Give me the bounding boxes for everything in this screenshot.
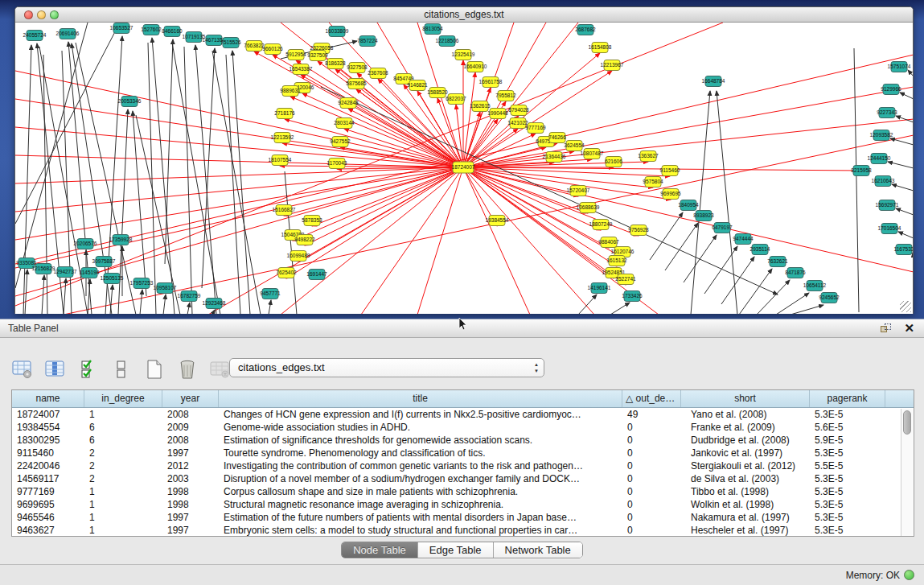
table-cell[interactable]: 1 xyxy=(84,485,162,498)
table-cell[interactable]: 0 xyxy=(622,485,681,498)
graph-node[interactable]: 9427552 xyxy=(330,137,351,147)
graph-node[interactable]: 5875685 xyxy=(346,79,367,89)
graph-edge[interactable] xyxy=(463,23,578,167)
graph-node[interactable]: 9115460 xyxy=(660,166,680,176)
graph-edge[interactable] xyxy=(900,93,913,99)
graph-node[interactable]: 7663822 xyxy=(244,41,265,51)
graph-node[interactable]: 15751074 xyxy=(888,62,911,72)
graph-edge[interactable] xyxy=(105,36,122,314)
graph-node[interactable]: 9327508 xyxy=(347,63,368,73)
graph-node[interactable]: 6479197 xyxy=(712,223,733,233)
graph-node[interactable]: 9889631 xyxy=(280,86,301,97)
table-cell[interactable]: Disruption of a novel member of a sodium… xyxy=(219,472,622,485)
table-cell[interactable]: Jankovic et al. (1997) xyxy=(681,447,810,459)
graph-node[interactable]: 16648784 xyxy=(702,76,725,87)
table-cell[interactable]: 22420046 xyxy=(12,459,84,472)
graph-node[interactable]: 10653527 xyxy=(110,23,133,34)
table-cell[interactable]: Embryonic stem cells: a model to study s… xyxy=(219,524,622,537)
table-cell[interactable]: 6 xyxy=(84,421,162,434)
graph-node[interactable]: 7632621 xyxy=(767,257,788,267)
column-header-title[interactable]: title xyxy=(219,390,622,407)
memory-status-label[interactable]: Memory: OK xyxy=(846,570,900,581)
graph-node[interactable]: 20053346 xyxy=(118,97,142,107)
graph-node[interactable]: 12213967 xyxy=(601,60,624,71)
table-cell[interactable]: 0 xyxy=(622,447,681,459)
graph-node[interactable]: 2367608 xyxy=(368,68,388,79)
network-window-titlebar[interactable]: citations_edges.txt xyxy=(15,7,913,23)
graph-edge[interactable] xyxy=(610,303,630,314)
graph-node[interactable]: 24055724 xyxy=(23,31,47,41)
graph-node[interactable]: 2687682 xyxy=(575,25,596,35)
table-cell[interactable]: Yano et al. (2008) xyxy=(681,408,810,421)
graph-edge[interactable] xyxy=(290,97,463,167)
table-cell[interactable]: 1 xyxy=(84,408,162,421)
table-cell[interactable]: 1998 xyxy=(162,498,219,511)
graph-node[interactable]: 5912954 xyxy=(285,50,306,60)
graph-node[interactable]: 12923468 xyxy=(203,299,226,309)
graph-edge[interactable] xyxy=(163,295,166,314)
graph-node[interactable]: 12093582 xyxy=(870,130,893,141)
close-panel-icon[interactable]: ✕ xyxy=(904,321,914,336)
table-cell[interactable]: 1 xyxy=(84,498,162,511)
table-row[interactable]: 969969511998Structural magnetic resonanc… xyxy=(12,498,914,511)
citation-network-graph[interactable]: 2405572420691406106535271527602846616010… xyxy=(15,23,913,314)
graph-edge[interactable] xyxy=(202,48,215,288)
table-cell[interactable]: Corpus callosum shape and size in male p… xyxy=(219,485,622,498)
graph-node[interactable]: 1691447 xyxy=(306,270,327,280)
graph-node[interactable]: 9884067 xyxy=(598,237,619,248)
graph-edge[interactable] xyxy=(896,208,913,215)
graph-node[interactable]: 18107554 xyxy=(269,155,292,166)
graph-node[interactable]: 1733426 xyxy=(622,291,643,302)
graph-node[interactable]: 8938923 xyxy=(693,211,714,221)
window-resize-grip[interactable] xyxy=(900,301,911,312)
graph-edge[interactable] xyxy=(721,257,754,304)
deselect-all-icon[interactable] xyxy=(110,359,132,381)
graph-edge[interactable] xyxy=(739,269,772,314)
memory-status-indicator[interactable] xyxy=(904,570,914,580)
table-cell[interactable]: Tibbo et al. (1998) xyxy=(681,485,810,498)
table-cell[interactable]: 18724007 xyxy=(12,408,84,421)
graph-node[interactable]: 1145194 xyxy=(80,268,100,278)
table-cell[interactable]: 0 xyxy=(622,472,681,485)
graph-node[interactable]: 9777169 xyxy=(525,123,546,134)
table-cell[interactable]: 0 xyxy=(622,434,681,447)
graph-node[interactable]: 10654112 xyxy=(803,281,827,291)
graph-edge[interactable] xyxy=(890,138,913,145)
table-cell[interactable]: 1997 xyxy=(162,447,219,459)
graph-node[interactable]: 16154808 xyxy=(589,43,612,53)
graph-node[interactable]: 10688639 xyxy=(577,203,600,213)
graph-edge[interactable] xyxy=(64,278,66,314)
table-cell[interactable]: Dudbridge et al. (2008) xyxy=(681,434,810,447)
graph-node[interactable]: 1167533 xyxy=(894,245,913,255)
delete-trash-icon[interactable] xyxy=(176,359,198,381)
table-cell[interactable]: 0 xyxy=(622,524,681,537)
graph-node[interactable]: 8215958 xyxy=(851,166,872,176)
table-cell[interactable]: 49 xyxy=(622,408,681,421)
table-cell[interactable]: de Silva et al. (2003) xyxy=(681,472,810,485)
new-file-icon[interactable] xyxy=(143,359,165,381)
graph-node[interactable]: 16640910 xyxy=(464,62,487,72)
table-cell[interactable]: 2009 xyxy=(162,421,219,434)
graph-node[interactable]: 9699695 xyxy=(660,189,681,200)
column-header-short[interactable]: short xyxy=(681,390,810,407)
table-cell[interactable]: 1998 xyxy=(162,485,219,498)
graph-edge[interactable] xyxy=(285,171,297,314)
graph-edge[interactable] xyxy=(312,167,463,226)
tab-node-table[interactable]: Node Table xyxy=(342,542,418,558)
graph-node[interactable]: 1527602 xyxy=(141,25,162,35)
table-cell[interactable]: Structural magnetic resonance image aver… xyxy=(219,498,622,511)
graph-node[interactable]: 20206576 xyxy=(74,239,97,249)
table-cell[interactable]: 5.3E-5 xyxy=(810,472,885,485)
graph-node[interactable]: 12942737 xyxy=(54,267,77,278)
table-cell[interactable]: 2008 xyxy=(162,408,219,421)
graph-node[interactable]: 14196141 xyxy=(588,283,611,294)
table-row[interactable]: 1830029562008Estimation of significance … xyxy=(12,434,914,447)
table-cell[interactable]: 2008 xyxy=(162,434,219,447)
graph-node[interactable]: 1588520 xyxy=(427,88,448,98)
table-cell[interactable]: 2 xyxy=(84,459,162,472)
graph-node[interactable]: 8471876 xyxy=(785,268,806,278)
tab-edge-table[interactable]: Edge Table xyxy=(418,542,494,558)
graph-node[interactable]: 9498222 xyxy=(294,235,315,245)
graph-node[interactable]: 7515526 xyxy=(220,38,241,48)
graph-node[interactable]: 2935114 xyxy=(750,245,770,255)
